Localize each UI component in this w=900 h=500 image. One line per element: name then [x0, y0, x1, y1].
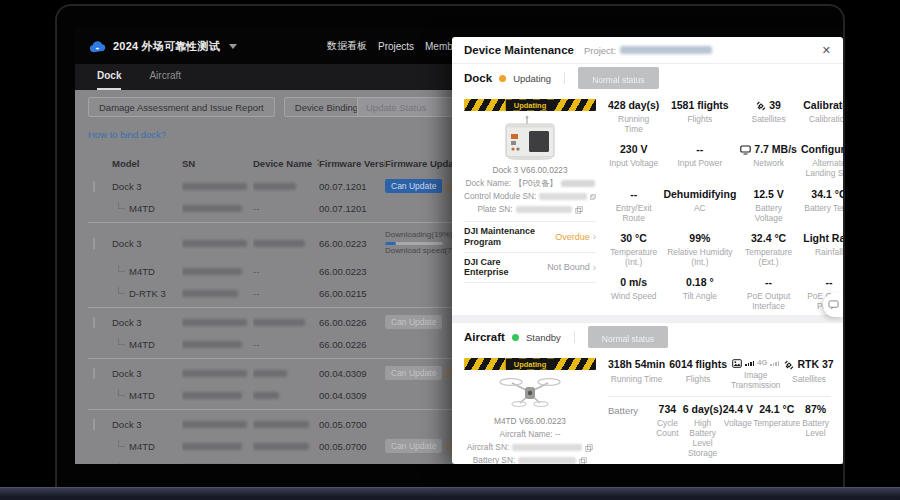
col-device-name[interactable]: Device Name	[253, 158, 319, 169]
copy-icon[interactable]	[585, 444, 593, 452]
aircraft-normal-status-badge: Normal status	[588, 326, 668, 348]
aircraft-status: Standby	[526, 332, 561, 343]
stat-temperature: 24.1 °CTemperature	[753, 403, 800, 458]
laptop-base	[0, 487, 900, 500]
cell-device-name: --	[253, 288, 319, 299]
chevron-down-icon	[229, 44, 237, 49]
tab-dock[interactable]: Dock	[97, 70, 121, 90]
cell-sn-redacted	[182, 390, 253, 401]
project-line: Project:	[584, 45, 712, 56]
cell-firmware-version: 66.00.0226	[319, 317, 385, 328]
dock-model-version: Dock 3 V66.00.0223	[464, 164, 596, 177]
battery-row: Battery 734Cycle Count6 day(s)High Batte…	[608, 403, 831, 458]
battery-label: Battery	[608, 403, 652, 416]
update-status-select[interactable]: Update Status	[357, 97, 453, 117]
stat-flights: 6014 flightsFlights	[669, 358, 727, 390]
dock-name-line: Dock Name:【P0设备】	[464, 177, 596, 190]
col-firmware-version[interactable]: Firmware Version	[319, 158, 385, 169]
laptop-screen: 2024 外场可靠性测试 数据看板ProjectsMembers DockAir…	[55, 4, 845, 488]
dock-label: Dock	[464, 72, 492, 84]
nav-item-1[interactable]: 数据看板	[327, 28, 367, 64]
cell-firmware-version: 13.01.0001	[319, 463, 385, 465]
cell-sn-redacted	[182, 238, 253, 249]
stat-tilt-angle: 0.18 °Tilt Angle	[663, 276, 736, 311]
stat-temperature-ext-: 32.4 °CTemperature (Ext.)	[740, 232, 797, 267]
row-checkbox[interactable]	[93, 238, 95, 249]
col-model[interactable]: Model	[112, 158, 182, 169]
tree-elbow-icon	[118, 389, 125, 396]
stat-calibration: CalibratedCalibration	[801, 99, 843, 134]
section-gap	[452, 315, 843, 323]
chat-bubble-icon	[828, 300, 839, 310]
can-update-button[interactable]: Can Update	[385, 315, 442, 329]
cell-firmware-version: 66.00.0226	[319, 339, 385, 350]
copy-icon[interactable]	[575, 206, 583, 214]
cell-model: M4TD	[112, 338, 182, 350]
row-checkbox[interactable]	[93, 317, 95, 328]
cell-sn-redacted	[182, 288, 253, 299]
cell-firmware-version: 00.07.1201	[319, 203, 385, 214]
stat-ac: DehumidifyingAC	[663, 188, 736, 223]
stat-flights: 1581 flightsFlights	[663, 99, 736, 134]
damage-report-button[interactable]: Damage Assessment and Issue Report	[88, 97, 275, 117]
aircraft-name-line: Aircraft Name: --	[464, 428, 596, 441]
cell-firmware-version: 66.00.0215	[319, 288, 385, 299]
stat-battery-voltage: 12.5 VBattery Voltage	[740, 188, 797, 223]
stat-battery-temp: 34.1 °CBattery Temp	[801, 188, 843, 223]
app-window: 2024 外场可靠性测试 数据看板ProjectsMembers DockAir…	[75, 28, 843, 464]
cell-model: Dock 3	[112, 238, 182, 249]
aircraft-right-column: 318h 54minRunning Time6014 flightsFlight…	[596, 358, 831, 464]
cell-model: D-RTK 3	[112, 287, 182, 299]
battery-sn-line: Battery SN:	[464, 454, 596, 464]
aircraft-sn-line: Aircraft SN:	[464, 441, 596, 454]
how-to-bind-dock-link[interactable]: How to bind dock?	[88, 129, 166, 140]
stat-wind-speed: 0 m/sWind Speed	[608, 276, 659, 311]
cell-firmware-version: 00.07.1201	[319, 181, 385, 192]
care-status: Not Bound	[547, 262, 590, 272]
divider	[564, 72, 565, 84]
dji-maintenance-program-row[interactable]: DJI Maintenance Program Overdue›	[464, 222, 596, 253]
project-switcher[interactable]: 2024 外场可靠性测试	[89, 28, 237, 64]
aircraft-left-column: Updating	[464, 358, 596, 464]
cell-sn-redacted	[182, 203, 253, 214]
cell-model: Dock 3	[112, 317, 182, 328]
cell-sn-redacted	[182, 181, 253, 192]
stat-battery-level: 87%Battery Level	[800, 403, 831, 458]
cell-device-name: --	[253, 463, 319, 465]
can-update-button[interactable]: Can Update	[385, 366, 442, 380]
tree-elbow-icon	[118, 462, 125, 464]
dock-plate-sn-line: Plate SN:	[464, 203, 596, 216]
row-checkbox[interactable]	[93, 181, 95, 192]
cell-firmware-version: 00.05.0700	[319, 419, 385, 430]
close-icon[interactable]: ✕	[822, 44, 831, 57]
row-checkbox[interactable]	[93, 368, 95, 379]
dock-updating-banner: Updating	[464, 99, 596, 111]
tree-elbow-icon	[118, 440, 125, 447]
nav-item-2[interactable]: Projects	[378, 28, 414, 64]
aircraft-caption: M4TD V66.00.0223 Aircraft Name: -- Aircr…	[464, 415, 596, 464]
cell-model: M4TD	[112, 265, 182, 277]
dock-left-column: Updating	[464, 99, 596, 311]
aircraft-model-version: M4TD V66.00.0223	[464, 415, 596, 428]
cell-firmware-version: 66.00.0223	[319, 266, 385, 277]
cell-device-name	[253, 390, 319, 401]
dock-section: Updating	[452, 93, 843, 315]
row-checkbox[interactable]	[93, 419, 95, 430]
copy-icon[interactable]	[579, 457, 587, 464]
dji-care-enterprise-row[interactable]: DJI Care Enterprise Not Bound›	[464, 253, 596, 284]
col-sn[interactable]: SN	[182, 158, 253, 169]
tab-aircraft[interactable]: Aircraft	[149, 70, 181, 90]
cell-sn-redacted	[182, 339, 253, 350]
cell-device-name: --	[253, 203, 319, 214]
dock-normal-status-badge: Normal status	[578, 67, 658, 89]
download-progress: Downloading(19%)Download speed(7.0M/s)	[385, 230, 449, 256]
cell-firmware-version: 00.04.0309	[319, 368, 385, 379]
dock-status: Updating	[513, 73, 551, 84]
divider	[574, 331, 575, 343]
can-update-button[interactable]: Can Update	[385, 439, 442, 453]
feedback-chat-tab[interactable]	[823, 293, 843, 317]
cell-sn-redacted	[182, 266, 253, 277]
stat-voltage: 24.4 VVoltage	[722, 403, 753, 458]
can-update-button[interactable]: Can Update	[385, 179, 442, 193]
cell-sn-redacted	[182, 463, 253, 465]
